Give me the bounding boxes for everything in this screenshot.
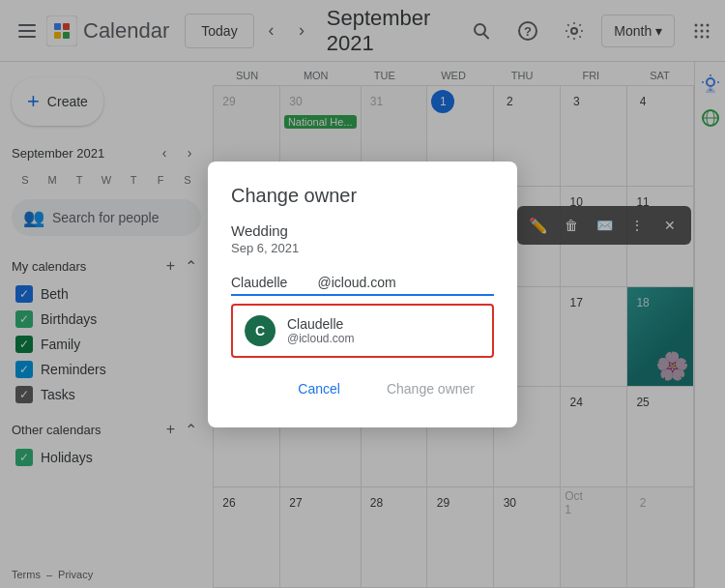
suggestion-item[interactable]: C Claudelle @icloud.com xyxy=(231,304,494,358)
change-owner-dialog: Change owner Wedding Sep 6, 2021 C Claud… xyxy=(208,162,517,427)
suggestion-email: @icloud.com xyxy=(287,332,355,345)
owner-input[interactable] xyxy=(231,275,494,290)
change-owner-button[interactable]: Change owner xyxy=(367,373,494,404)
suggestion-initial: C xyxy=(255,323,265,338)
dialog-actions: Cancel Change owner xyxy=(231,373,494,404)
owner-input-wrapper xyxy=(231,271,494,296)
cancel-button[interactable]: Cancel xyxy=(278,373,360,404)
modal-overlay: Change owner Wedding Sep 6, 2021 C Claud… xyxy=(0,0,725,588)
suggestion-info: Claudelle @icloud.com xyxy=(287,316,355,345)
dialog-title: Change owner xyxy=(231,185,494,207)
dialog-event-date: Sep 6, 2021 xyxy=(231,241,494,255)
suggestion-avatar: C xyxy=(245,315,276,346)
suggestion-name: Claudelle xyxy=(287,316,355,332)
dialog-event-name: Wedding xyxy=(231,222,494,239)
